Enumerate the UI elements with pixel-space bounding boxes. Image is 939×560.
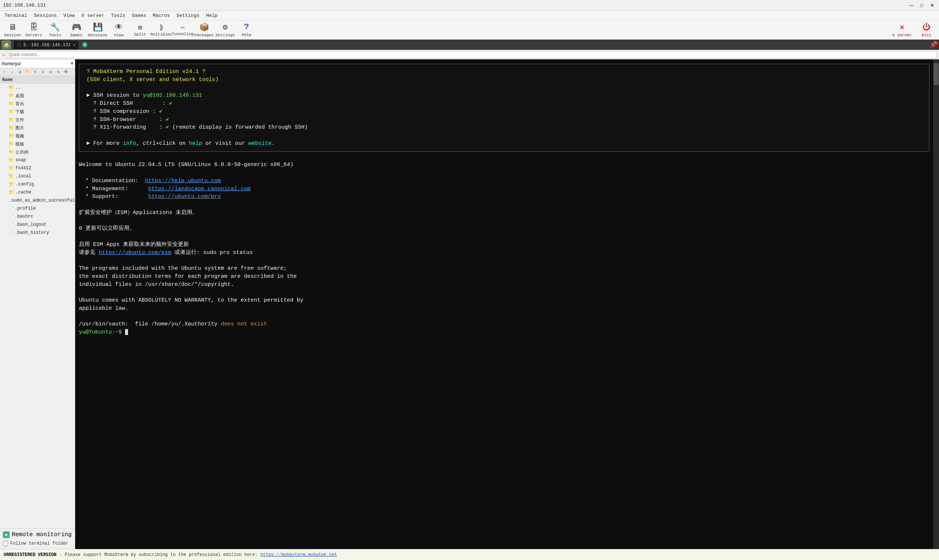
tree-item-downloads[interactable]: 📁 下载 — [0, 108, 75, 116]
sidebar-view-button[interactable]: 👁 — [62, 69, 70, 75]
title-bar: 192.168.146.131 — □ ✕ — [0, 0, 939, 11]
session-label: Session — [4, 33, 21, 37]
games-button[interactable]: 🎮 Games — [66, 21, 86, 39]
packages-label: Packages — [194, 33, 214, 37]
view-icon: 👁 — [115, 22, 123, 32]
tree-item-public[interactable]: 📁 公共的 — [0, 148, 75, 156]
tree-item-local[interactable]: 📁 .local — [0, 172, 75, 180]
split-button[interactable]: ⊞ Split — [130, 21, 150, 39]
settings-button[interactable]: ⚙ Settings — [215, 21, 236, 39]
welcome-line1: ? MobaXterm Personal Edition v24.1 ? — [86, 68, 922, 76]
tree-item-music[interactable]: 📁 音乐 — [0, 100, 75, 108]
sidebar-edit-button[interactable]: ✎ — [55, 69, 62, 75]
scrollbar-thumb[interactable] — [933, 63, 939, 85]
follow-terminal-check[interactable] — [3, 541, 8, 546]
home-button[interactable]: 🏠 — [2, 40, 11, 49]
minimize-button[interactable]: — — [907, 2, 916, 9]
folder-icon: 📁 — [8, 182, 14, 187]
terminal-area[interactable]: ? MobaXterm Personal Edition v24.1 ? (SS… — [75, 59, 933, 549]
tree-item-fs4412[interactable]: 📁 fs4412 — [0, 164, 75, 172]
tree-item-templates[interactable]: 📁 模板 — [0, 140, 75, 148]
folder-icon: 📁 — [8, 157, 14, 163]
tab-bar: 🏠 ⬡ 3. 192.168.146.131 ✕ ⊙ 📌 — [0, 40, 939, 50]
path-input[interactable] — [2, 61, 71, 66]
servers-button[interactable]: 🗄 Servers — [23, 21, 44, 39]
sidebar-refresh-button[interactable]: ↺ — [16, 69, 23, 75]
prompt-line: yu@Yubuntu:~$ — [79, 328, 930, 337]
tree-item-videos[interactable]: 📁 视频 — [0, 132, 75, 140]
settings-icon: ⚙ — [223, 22, 227, 32]
exit-button[interactable]: ⏻ Exit — [916, 21, 937, 39]
tree-item-profile[interactable]: 📄 .profile — [0, 205, 75, 212]
folder-icon: 📁 — [8, 173, 14, 179]
tab-spinner[interactable]: ⊙ — [82, 42, 87, 47]
sidebar-newfolder-button[interactable]: 📁 — [24, 69, 31, 75]
split-label: Split — [134, 32, 146, 37]
sidebar-delete-button[interactable]: ✕ — [47, 69, 54, 75]
view-label: View — [114, 33, 123, 37]
toolbar: 🖥 Session 🗄 Servers 🔧 Tools 🎮 Games 💾 Se… — [0, 20, 939, 40]
menu-view[interactable]: View — [60, 12, 78, 19]
sidebar-upload-button[interactable]: ⬆ — [32, 69, 39, 75]
tools-button[interactable]: 🔧 Tools — [45, 21, 65, 39]
status-link[interactable]: https://mobaxterm.mobatek.net — [261, 552, 337, 557]
menu-terminal[interactable]: Terminal — [2, 12, 30, 19]
menu-settings[interactable]: Settings — [174, 12, 202, 19]
tab-close-button[interactable]: ✕ — [73, 43, 76, 47]
follow-terminal-checkbox[interactable]: Follow terminal folder — [2, 540, 72, 548]
packages-button[interactable]: 📦 Packages — [194, 21, 214, 39]
pin-button[interactable]: 📌 — [930, 41, 937, 49]
tree-item-cache[interactable]: 📁 .cache — [0, 188, 75, 197]
file-icon: 📄 — [8, 231, 14, 235]
folder-icon: 📁 — [8, 93, 14, 98]
sidebar-up-button[interactable]: ↑ — [1, 69, 8, 75]
tree-item-snap[interactable]: 📁 snap — [0, 156, 75, 164]
close-button[interactable]: ✕ — [928, 2, 936, 9]
sidebar-name-col: Name — [2, 77, 13, 83]
folder-icon: 📁 — [8, 109, 14, 115]
help-button[interactable]: ? Help — [236, 21, 257, 39]
view-button[interactable]: 👁 View — [109, 21, 129, 39]
tree-item-bash-logout[interactable]: 📄 .bash_logout — [0, 221, 75, 229]
esm-ref-line: 请参见 https://ubuntu.com/esm 或者运行: sudo pr… — [79, 249, 930, 257]
tree-item-documents[interactable]: 📁 文件 — [0, 116, 75, 124]
sidebar-toolbar: ↑ ↓ ↺ 📁 ⬆ ⬇ ✕ ✎ 👁 — [0, 68, 75, 76]
tree-item-config[interactable]: 📁 .config — [0, 180, 75, 188]
tree-item-bashrc[interactable]: 📄 .bashrc — [0, 212, 75, 221]
sidebar-download-button[interactable]: ⬇ — [39, 69, 46, 75]
menu-xserver[interactable]: X server — [79, 12, 107, 19]
tree-item-pictures[interactable]: 📁 图片 — [0, 124, 75, 132]
multiexec-button[interactable]: ⟫ MultiExec — [151, 21, 172, 39]
menu-macros[interactable]: Macros — [150, 12, 173, 19]
sidebar-down-button[interactable]: ↓ — [8, 69, 16, 75]
servers-icon: 🗄 — [30, 22, 38, 32]
tree-item-bash-history[interactable]: 📄 .bash_history — [0, 229, 75, 237]
split-icon: ⊞ — [138, 23, 142, 32]
tunneling-icon: ↔ — [181, 24, 185, 31]
menu-games[interactable]: Games — [129, 12, 149, 19]
sidebar: ▼ ↑ ↓ ↺ 📁 ⬆ ⬇ ✕ ✎ 👁 Name 📁 .. — [0, 59, 75, 549]
doc-line: * Documentation: https://help.ubuntu.com — [79, 177, 930, 185]
xserver-button[interactable]: ✕ X server — [889, 21, 915, 39]
main-area: ▼ ↑ ↓ ↺ 📁 ⬆ ⬇ ✕ ✎ 👁 Name 📁 .. — [0, 59, 939, 549]
tab-session[interactable]: ⬡ 3. 192.168.146.131 ✕ — [13, 40, 79, 49]
tree-item-dotdot[interactable]: 📁 .. — [0, 83, 75, 92]
sessions-button[interactable]: 💾 Sessions — [87, 21, 108, 39]
menu-tools[interactable]: Tools — [108, 12, 128, 19]
quick-connect-input[interactable] — [6, 51, 937, 58]
mgmt-line: * Management: https://landscape.canonica… — [79, 185, 930, 193]
tree-item-sudo[interactable]: 📄 .sudo_as_admin_successful — [0, 197, 75, 205]
menu-sessions[interactable]: Sessions — [31, 12, 59, 19]
maximize-button[interactable]: □ — [918, 2, 926, 9]
session-button[interactable]: 🖥 Session — [2, 21, 23, 39]
sidebar-header: Name — [0, 76, 75, 83]
exit-label: Exit — [922, 33, 931, 37]
scrollbar-area — [933, 59, 939, 549]
tunneling-button[interactable]: ↔ Tunneling — [173, 21, 193, 39]
menu-help[interactable]: Help — [203, 12, 220, 19]
folder-icon: 📁 — [8, 117, 14, 123]
file-icon: 📄 — [8, 214, 14, 219]
tree-item-desktop[interactable]: 📁 桌面 — [0, 92, 75, 100]
path-dropdown-icon[interactable]: ▼ — [71, 61, 73, 66]
remote-monitoring-button[interactable]: ▣ Remote monitoring — [2, 530, 72, 540]
